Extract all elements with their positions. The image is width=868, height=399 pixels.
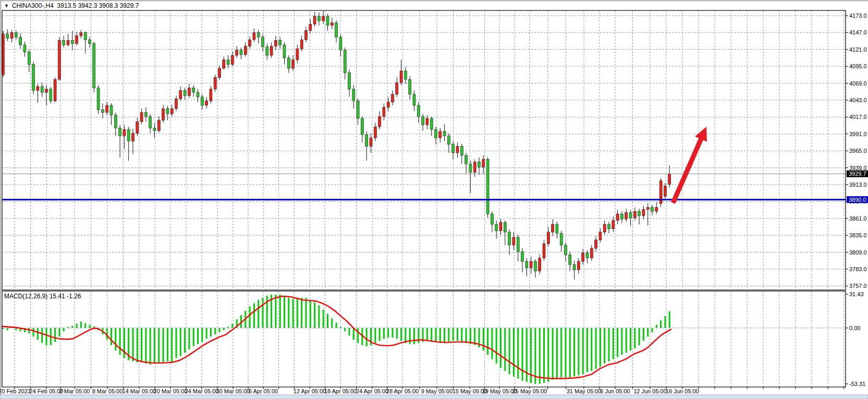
candle-body xyxy=(197,92,199,97)
macd-histogram-bar xyxy=(63,328,65,331)
candle-body xyxy=(162,108,165,120)
macd-histogram-bar xyxy=(400,328,402,341)
macd-histogram-bar xyxy=(188,328,190,349)
candle-body xyxy=(292,60,295,68)
macd-histogram-bar xyxy=(318,305,320,328)
candle-body xyxy=(590,248,593,258)
macd-histogram-bar xyxy=(262,298,264,328)
candle-bearish xyxy=(486,158,489,218)
macd-histogram-bar xyxy=(231,324,233,328)
macd-histogram-bar xyxy=(578,328,579,376)
candle-body xyxy=(612,221,615,229)
macd-histogram-bar xyxy=(392,328,394,338)
candle-bearish xyxy=(97,85,100,114)
bottom-strip xyxy=(0,395,868,399)
time-tick-label: 28 Apr 05:00 xyxy=(386,388,419,394)
price-tick-label: 3861.0 xyxy=(849,215,867,222)
candle-body xyxy=(262,37,264,47)
macd-histogram-bar xyxy=(513,328,515,377)
candle-bullish xyxy=(659,178,662,208)
candle-body xyxy=(127,129,130,141)
candle-body xyxy=(374,127,376,138)
candle-body xyxy=(365,135,368,146)
candle-body xyxy=(439,131,442,138)
candle-body xyxy=(227,60,229,65)
candle-body xyxy=(41,87,43,92)
time-tick-label: 24 Mar 05:00 xyxy=(185,388,219,394)
macd-histogram-bar xyxy=(15,328,17,330)
macd-histogram-bar xyxy=(634,328,635,348)
candle-body xyxy=(205,101,208,105)
level-price-tag: 3890.0 xyxy=(847,196,868,203)
candle-bullish xyxy=(54,77,56,102)
candlestick-chart-canvas[interactable]: 4173.04147.04121.04095.04069.04043.04017… xyxy=(0,0,868,399)
macd-histogram-bar xyxy=(115,328,116,350)
candle-bullish xyxy=(58,37,60,80)
macd-histogram-bar xyxy=(357,328,359,343)
macd-histogram-bar xyxy=(621,328,622,355)
candle-body xyxy=(491,214,493,224)
candle-body xyxy=(465,155,468,164)
macd-histogram-bar xyxy=(301,298,302,328)
candle-body xyxy=(352,89,355,101)
macd-histogram-bar xyxy=(154,328,155,363)
time-tick-label: 14 Mar 05:00 xyxy=(123,388,156,394)
macd-histogram-bar xyxy=(387,328,389,338)
macd-histogram-bar xyxy=(353,328,354,340)
macd-histogram-bar xyxy=(626,328,627,353)
macd-histogram-bar xyxy=(76,324,78,328)
macd-histogram-bar xyxy=(145,328,146,364)
time-tick-label: 6 Jun 05:00 xyxy=(600,388,630,394)
macd-histogram-bar xyxy=(223,328,225,330)
candle-body xyxy=(36,87,39,90)
candle-body xyxy=(383,107,385,116)
macd-histogram-bar xyxy=(193,328,194,346)
time-tick-label: 6 Apr 05:00 xyxy=(249,388,278,394)
candle-body xyxy=(28,52,30,65)
candle-body xyxy=(586,253,589,258)
macd-histogram-bar xyxy=(71,326,73,328)
macd-histogram-bar xyxy=(396,328,398,339)
macd-histogram-bar xyxy=(413,328,415,344)
candle-body xyxy=(76,36,78,44)
time-tick-label: 9 May 05:00 xyxy=(421,388,453,394)
macd-histogram-bar xyxy=(279,295,281,328)
macd-histogram-bar xyxy=(461,328,462,342)
collapse-triangle-icon[interactable]: ▼ xyxy=(4,2,9,9)
macd-indicator-label: MACD(12,26,9) 15.41 -1.26 xyxy=(4,293,81,300)
macd-histogram-bar xyxy=(111,328,112,345)
macd-histogram-bar xyxy=(206,328,207,339)
candle-body xyxy=(495,224,498,231)
candle-body xyxy=(192,88,195,92)
price-tick-label: 3835.0 xyxy=(849,232,867,238)
candle-body xyxy=(84,32,87,40)
macd-histogram-bar xyxy=(344,328,346,331)
price-tick-label: 4095.0 xyxy=(849,63,867,69)
candle-body xyxy=(270,46,273,55)
macd-histogram-bar xyxy=(539,328,541,384)
macd-histogram-bar xyxy=(323,310,324,328)
candle-body xyxy=(638,211,641,216)
price-tick-label: 3965.0 xyxy=(849,148,867,154)
candle-body xyxy=(335,23,338,37)
macd-histogram-bar xyxy=(249,307,251,328)
macd-histogram-bar xyxy=(58,328,60,337)
macd-histogram-bar xyxy=(219,328,221,332)
candle-body xyxy=(331,23,333,26)
candle-body xyxy=(396,82,398,94)
macd-histogram-bar xyxy=(409,328,411,344)
time-tick-label: 30 Mar 05:00 xyxy=(216,388,250,394)
macd-histogram-bar xyxy=(552,328,554,380)
candle-body xyxy=(560,233,563,245)
candle-body xyxy=(123,129,126,136)
candle-body xyxy=(144,113,147,116)
time-tick-label: 24 Feb 05:00 xyxy=(30,388,64,394)
macd-histogram-bar xyxy=(167,328,168,361)
candle-body xyxy=(452,144,455,153)
macd-histogram-bar xyxy=(522,328,523,381)
candle-body xyxy=(664,186,666,197)
candle-body xyxy=(80,32,82,35)
macd-histogram-bar xyxy=(137,328,138,362)
candle-body xyxy=(417,105,420,116)
candle-body xyxy=(305,31,308,40)
